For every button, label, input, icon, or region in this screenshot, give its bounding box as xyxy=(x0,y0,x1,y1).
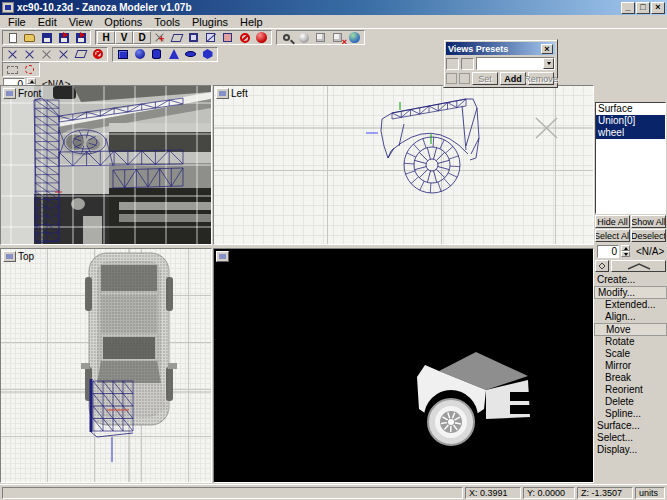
panel-collapse-button[interactable] xyxy=(611,260,666,272)
viewport-top[interactable]: Top xyxy=(0,248,212,483)
preset-slot-1[interactable] xyxy=(446,58,459,70)
command-surface[interactable]: Surface... xyxy=(594,420,667,432)
lasso-select-button[interactable] xyxy=(168,31,185,44)
command-create[interactable]: Create... xyxy=(594,274,667,286)
restore-button[interactable]: □ xyxy=(636,2,650,14)
viewport-left[interactable]: Left xyxy=(213,85,594,245)
create-cylinder-button[interactable] xyxy=(148,48,165,61)
command-mirror[interactable]: Mirror xyxy=(594,360,667,372)
create-box-button[interactable] xyxy=(114,48,131,61)
preset-mini-slot-2[interactable] xyxy=(459,73,470,84)
object-list-item[interactable]: wheel xyxy=(596,127,665,139)
menu-edit[interactable]: Edit xyxy=(32,15,63,29)
horizontal-split-button[interactable]: H xyxy=(97,31,115,44)
viewport-front[interactable]: Front xyxy=(0,85,212,245)
toolbar-main: H V D xyxy=(0,29,667,46)
select-arrows-icon xyxy=(7,49,18,60)
material-editor-button[interactable] xyxy=(346,31,363,44)
select-move-button[interactable] xyxy=(4,48,21,61)
create-geosphere-button[interactable] xyxy=(199,48,216,61)
rect-select-button[interactable] xyxy=(4,63,21,76)
command-scale[interactable]: Scale xyxy=(594,348,667,360)
vertical-split-button[interactable]: V xyxy=(115,31,133,44)
select-fan-button[interactable] xyxy=(72,48,89,61)
hide-all-button[interactable]: Hide All xyxy=(595,215,630,228)
edge-mode-button[interactable] xyxy=(202,31,219,44)
circle-marker-button[interactable] xyxy=(21,63,38,76)
command-move[interactable]: Move xyxy=(594,323,667,336)
menu-tools[interactable]: Tools xyxy=(148,15,186,29)
panel-toggle-button[interactable] xyxy=(595,260,609,272)
command-modify[interactable]: Modify... xyxy=(594,286,667,299)
menu-view[interactable]: View xyxy=(63,15,99,29)
command-break[interactable]: Break xyxy=(594,372,667,384)
face-mode-button[interactable] xyxy=(219,31,236,44)
object-list[interactable]: Surface Union[0] wheel xyxy=(595,102,666,214)
sphere-primitive-icon xyxy=(135,49,145,59)
create-sphere-button[interactable] xyxy=(131,48,148,61)
left-viewport-label[interactable]: Left xyxy=(216,88,248,99)
vertex-mode-button[interactable] xyxy=(185,31,202,44)
viewport-menu-icon[interactable] xyxy=(3,88,16,99)
add-button[interactable]: Add xyxy=(500,72,526,85)
render-button[interactable] xyxy=(253,31,270,44)
title-bar[interactable]: xc90-10.z3d - Zanoza Modeler v1.07b _ □ … xyxy=(0,0,667,15)
close-button[interactable]: × xyxy=(651,2,665,14)
deselect-button[interactable]: Deselect xyxy=(631,229,666,242)
minimize-button[interactable]: _ xyxy=(621,2,635,14)
dual-split-button[interactable]: D xyxy=(133,31,151,44)
export-button[interactable] xyxy=(72,31,89,44)
command-spline[interactable]: Spline... xyxy=(594,408,667,420)
object-list-item[interactable]: Surface xyxy=(596,103,665,115)
import-button[interactable] xyxy=(55,31,72,44)
command-display[interactable]: Display... xyxy=(594,444,667,456)
select-star-icon xyxy=(24,49,35,60)
cube-tool-button[interactable] xyxy=(312,31,329,44)
menu-options[interactable]: Options xyxy=(98,15,148,29)
select-flip-button[interactable] xyxy=(38,48,55,61)
command-align[interactable]: Align... xyxy=(594,311,667,323)
open-file-button[interactable] xyxy=(21,31,38,44)
combobox-dropdown-button[interactable] xyxy=(543,58,554,69)
preset-slot-2[interactable] xyxy=(461,58,474,70)
command-select[interactable]: Select... xyxy=(594,432,667,444)
select-bend-button[interactable] xyxy=(55,48,72,61)
select-star-button[interactable] xyxy=(21,48,38,61)
create-torus-button[interactable] xyxy=(182,48,199,61)
command-extended[interactable]: Extended... xyxy=(594,299,667,311)
sphere-tool-button[interactable] xyxy=(295,31,312,44)
object-list-item[interactable]: Union[0] xyxy=(596,115,665,127)
viewport-menu-icon[interactable] xyxy=(216,88,229,99)
zoom-tool-button[interactable] xyxy=(278,31,295,44)
panel-spinner-down-button[interactable] xyxy=(621,251,630,257)
delete-object-button[interactable] xyxy=(329,31,346,44)
viewport-menu-icon[interactable] xyxy=(3,251,16,262)
save-file-button[interactable] xyxy=(38,31,55,44)
create-cone-button[interactable] xyxy=(165,48,182,61)
delete-axis-button[interactable] xyxy=(151,31,168,44)
views-presets-titlebar[interactable]: Views Presets × xyxy=(446,42,555,55)
new-file-button[interactable] xyxy=(4,31,21,44)
command-rotate[interactable]: Rotate xyxy=(594,336,667,348)
3d-viewport-label[interactable] xyxy=(216,251,229,262)
top-viewport-label[interactable]: Top xyxy=(3,251,34,262)
preset-mini-slot-1[interactable] xyxy=(446,73,457,84)
command-delete[interactable]: Delete xyxy=(594,396,667,408)
front-viewport-label[interactable]: Front xyxy=(3,88,41,99)
vertex-mode-icon xyxy=(189,33,198,42)
menu-plugins[interactable]: Plugins xyxy=(186,15,234,29)
command-reorient[interactable]: Reorient xyxy=(594,384,667,396)
viewport-3d[interactable] xyxy=(213,248,594,483)
menu-help[interactable]: Help xyxy=(234,15,269,29)
show-all-button[interactable]: Show All xyxy=(631,215,666,228)
menu-file[interactable]: File xyxy=(2,15,32,29)
preset-combobox[interactable] xyxy=(476,57,555,70)
select-all-button[interactable]: Select All xyxy=(595,229,630,242)
views-presets-close-button[interactable]: × xyxy=(541,44,553,54)
select-count-button[interactable]: 2 xyxy=(89,48,106,61)
set-button[interactable]: Set xyxy=(472,72,498,85)
object-mode-button[interactable] xyxy=(236,31,253,44)
remove-button[interactable]: Remove xyxy=(528,72,554,85)
panel-spinner-field[interactable]: 0 xyxy=(597,245,619,258)
viewport-menu-icon[interactable] xyxy=(216,251,229,262)
